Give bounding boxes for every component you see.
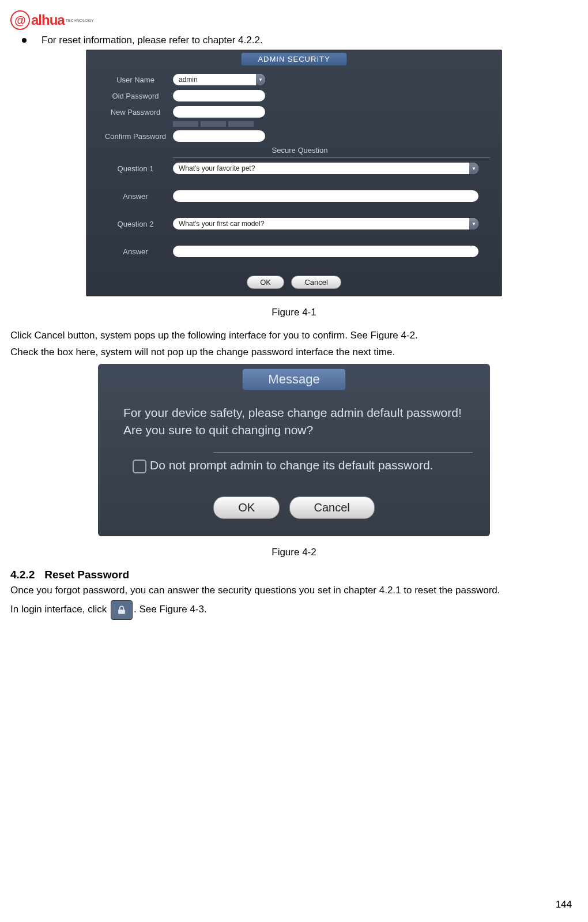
- answer1-input[interactable]: [173, 190, 478, 202]
- label-question-2: Question 2: [98, 220, 173, 228]
- heading-title: Reset Password: [44, 569, 129, 581]
- question2-dropdown[interactable]: What's your first car model?: [173, 218, 478, 229]
- label-answer-2: Answer: [98, 247, 173, 256]
- text-fragment: In login interface, click: [10, 604, 107, 615]
- bullet-icon: [22, 38, 27, 43]
- checkbox-label: Do not prompt admin to change its defaul…: [150, 458, 433, 472]
- paragraph: Click Cancel button, system pops up the …: [10, 329, 578, 343]
- chevron-down-icon[interactable]: ▼: [256, 74, 265, 85]
- label-answer-1: Answer: [98, 192, 173, 201]
- label-secure-question: Secure Question: [98, 144, 502, 156]
- label-confirm-password: Confirm Password: [98, 132, 173, 141]
- cancel-button[interactable]: Cancel: [289, 496, 375, 519]
- chevron-down-icon[interactable]: ▼: [469, 218, 478, 229]
- ok-button[interactable]: OK: [247, 276, 284, 289]
- logo-subtext: TECHNOLOGY: [66, 18, 94, 22]
- new-password-input[interactable]: [173, 106, 265, 118]
- figure-caption-1: Figure 4-1: [10, 307, 578, 318]
- logo-symbol: @: [10, 10, 30, 30]
- do-not-prompt-checkbox[interactable]: [133, 460, 146, 473]
- admin-security-dialog: ADMIN SECURITY User Name admin ▼ Old Pas…: [86, 50, 502, 296]
- password-strength-meter: [173, 120, 502, 128]
- brand-logo: @ alhua TECHNOLOGY: [10, 10, 578, 30]
- chevron-down-icon[interactable]: ▼: [469, 163, 478, 174]
- svg-point-1: [121, 611, 122, 612]
- heading-number: 4.2.2: [10, 569, 42, 581]
- page-number: 144: [556, 899, 572, 910]
- figure-caption-2: Figure 4-2: [10, 547, 578, 558]
- message-dialog: Message For your device safety, please c…: [98, 364, 490, 536]
- section-heading: 4.2.2 Reset Password: [10, 569, 578, 581]
- ok-button[interactable]: OK: [213, 496, 280, 519]
- old-password-input[interactable]: [173, 90, 265, 101]
- label-old-password: Old Password: [98, 92, 173, 100]
- logo-text: alhua: [31, 12, 65, 28]
- paragraph: Check the box here, system will not pop …: [10, 345, 578, 360]
- label-username: User Name: [98, 76, 173, 84]
- paragraph: In login interface, click . See Figure 4…: [10, 600, 578, 620]
- cancel-button[interactable]: Cancel: [291, 276, 341, 289]
- dialog-title: ADMIN SECURITY: [241, 52, 346, 66]
- username-dropdown[interactable]: admin: [173, 74, 265, 85]
- bullet-item: For reset information, please refer to c…: [22, 35, 578, 46]
- text-fragment: . See Figure 4-3.: [134, 604, 207, 615]
- dialog-title: Message: [242, 368, 345, 390]
- message-body: For your device safety, please change ad…: [98, 398, 490, 452]
- label-question-1: Question 1: [98, 164, 173, 173]
- answer2-input[interactable]: [173, 246, 478, 257]
- paragraph: Once you forgot password, you can answer…: [10, 584, 578, 598]
- lock-icon: [111, 600, 133, 620]
- label-new-password: New Password: [98, 108, 173, 116]
- confirm-password-input[interactable]: [173, 130, 265, 142]
- bullet-text: For reset information, please refer to c…: [42, 35, 263, 46]
- question1-dropdown[interactable]: What's your favorite pet?: [173, 163, 478, 174]
